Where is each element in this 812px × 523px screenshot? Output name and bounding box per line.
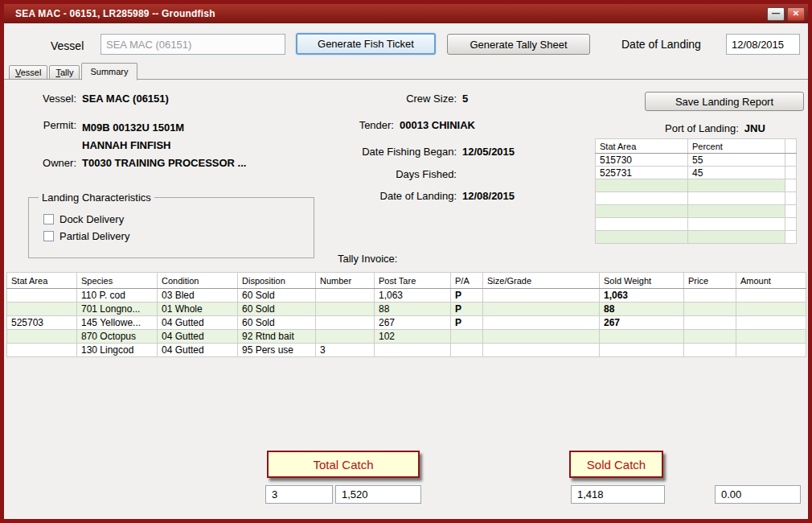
cell-amount[interactable] [736, 316, 806, 330]
cell-sold-weight[interactable]: 1,063 [600, 289, 684, 303]
cell-species[interactable]: 701 Longno... [77, 303, 158, 316]
stat-area-cell[interactable] [596, 192, 688, 205]
vessel-input[interactable] [100, 34, 285, 55]
catch-table-header-row: Stat Area Species Condition Disposition … [7, 273, 806, 289]
stat-area-cell[interactable] [596, 218, 688, 231]
landing-characteristics-group: Landing Characteristics Dock Delivery Pa… [28, 191, 314, 258]
stat-area-cell[interactable]: 525731 [596, 167, 688, 179]
cell-species[interactable]: 870 Octopus [77, 330, 158, 344]
tab-summary[interactable]: Summary [81, 63, 137, 80]
cell-number[interactable]: 3 [316, 344, 375, 357]
percent-cell[interactable] [688, 231, 785, 244]
cell-stat-area[interactable] [7, 344, 77, 357]
cell-species[interactable]: 130 Lingcod [77, 344, 158, 357]
cell-stat-area[interactable] [7, 330, 77, 344]
stat-area-row[interactable] [596, 179, 797, 192]
cell-price[interactable] [684, 344, 736, 357]
cell-stat-area[interactable] [7, 303, 77, 316]
cell-sold-weight[interactable] [600, 330, 684, 344]
percent-cell[interactable] [688, 205, 785, 218]
cell-post-tare[interactable]: 102 [375, 330, 451, 344]
cell-disposition[interactable]: 92 Rtnd bait [238, 330, 316, 344]
cell-size-grade[interactable] [483, 330, 600, 344]
cell-sold-weight[interactable] [600, 344, 684, 357]
cell-post-tare[interactable]: 267 [375, 316, 451, 330]
cell-disposition[interactable]: 60 Sold [238, 316, 316, 330]
cell-pa[interactable] [451, 330, 483, 344]
generate-fish-ticket-button[interactable]: Generate Fish Ticket [296, 33, 436, 55]
cell-number[interactable] [316, 330, 375, 344]
close-button[interactable]: ✕ [787, 7, 805, 21]
cell-size-grade[interactable] [483, 303, 600, 316]
cell-price[interactable] [684, 316, 736, 330]
dock-delivery-label: Dock Delivery [59, 213, 124, 225]
cell-post-tare[interactable]: 88 [375, 303, 451, 316]
window-body: Vessel Generate Fish Ticket Generate Tal… [4, 23, 808, 519]
date-of-landing-input[interactable] [726, 34, 800, 55]
percent-cell[interactable]: 55 [688, 154, 785, 167]
cell-disposition[interactable]: 60 Sold [238, 289, 316, 303]
percent-cell[interactable] [688, 218, 785, 231]
cell-condition[interactable]: 04 Gutted [158, 330, 238, 344]
stat-area-row[interactable] [596, 218, 797, 231]
cell-sold-weight[interactable]: 267 [600, 316, 684, 330]
stat-area-cell[interactable] [596, 231, 688, 244]
percent-cell[interactable]: 45 [688, 167, 785, 179]
cell-number[interactable] [316, 289, 375, 303]
catch-table-row[interactable]: 701 Longno... 01 Whole 60 Sold 88 P 88 [7, 303, 806, 316]
cell-amount[interactable] [736, 303, 806, 316]
catch-table-row[interactable]: 525703 145 Yellowe... 04 Gutted 60 Sold … [7, 316, 806, 330]
cell-number[interactable] [316, 303, 375, 316]
cell-size-grade[interactable] [483, 289, 600, 303]
percent-cell[interactable] [688, 192, 785, 205]
catch-table-row[interactable]: 130 Lingcod 04 Gutted 95 Pers use 3 [7, 344, 806, 357]
cell-disposition[interactable]: 60 Sold [238, 303, 316, 316]
cell-post-tare[interactable]: 1,063 [375, 289, 451, 303]
save-landing-report-button[interactable]: Save Landing Report [645, 92, 804, 111]
cell-price[interactable] [684, 289, 736, 303]
col-header-amount: Amount [736, 273, 806, 289]
stat-area-cell[interactable] [596, 205, 688, 218]
cell-price[interactable] [684, 330, 736, 344]
cell-condition[interactable]: 03 Bled [158, 289, 238, 303]
stat-area-cell[interactable]: 515730 [596, 154, 688, 167]
cell-pa[interactable]: P [451, 303, 483, 316]
tab-vessel[interactable]: Vessel [9, 65, 47, 80]
cell-condition[interactable]: 01 Whole [158, 303, 238, 316]
cell-size-grade[interactable] [483, 316, 600, 330]
stat-area-row[interactable] [596, 231, 797, 244]
percent-cell[interactable] [688, 179, 785, 192]
stat-area-cell[interactable] [596, 179, 688, 192]
cell-pa[interactable]: P [451, 316, 483, 330]
cell-size-grade[interactable] [483, 344, 600, 357]
cell-amount[interactable] [736, 330, 806, 344]
minimize-button[interactable]: — [767, 7, 785, 21]
cell-condition[interactable]: 04 Gutted [158, 344, 238, 357]
generate-tally-sheet-button[interactable]: Generate Tally Sheet [447, 34, 590, 55]
cell-pa[interactable]: P [451, 289, 483, 303]
cell-amount[interactable] [736, 289, 806, 303]
partial-delivery-checkbox[interactable] [43, 231, 54, 241]
stat-area-row[interactable]: 52573145 [596, 167, 797, 179]
cell-disposition[interactable]: 95 Pers use [238, 344, 316, 357]
cell-stat-area[interactable] [7, 289, 77, 303]
window-title: SEA MAC - 06151, LR285989 -- Groundfish [15, 8, 765, 19]
cell-amount[interactable] [736, 344, 806, 357]
stat-area-row[interactable] [596, 192, 797, 205]
cell-pa[interactable] [451, 344, 483, 357]
crew-size-label: Crew Size: [336, 93, 457, 105]
stat-area-row[interactable] [596, 205, 797, 218]
cell-condition[interactable]: 04 Gutted [158, 316, 238, 330]
cell-stat-area[interactable]: 525703 [7, 316, 77, 330]
catch-table-row[interactable]: 870 Octopus 04 Gutted 92 Rtnd bait 102 [7, 330, 806, 344]
cell-post-tare[interactable] [375, 344, 451, 357]
cell-species[interactable]: 145 Yellowe... [77, 316, 158, 330]
cell-number[interactable] [316, 316, 375, 330]
cell-price[interactable] [684, 303, 736, 316]
catch-table-row[interactable]: 110 P. cod 03 Bled 60 Sold 1,063 P 1,063 [7, 289, 806, 303]
stat-area-row[interactable]: 51573055 [596, 154, 797, 167]
dock-delivery-checkbox[interactable] [43, 214, 54, 224]
tab-tally[interactable]: Tally [49, 65, 80, 80]
cell-species[interactable]: 110 P. cod [77, 289, 158, 303]
cell-sold-weight[interactable]: 88 [600, 303, 684, 316]
